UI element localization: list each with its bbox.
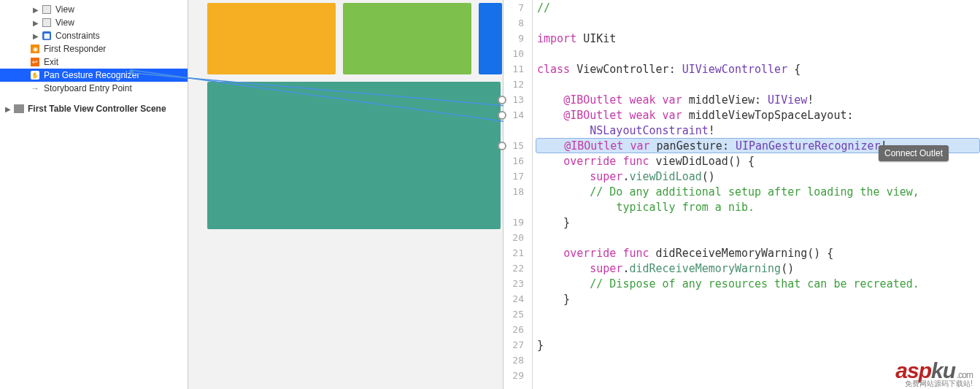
outlet-connection-well-icon[interactable]	[498, 96, 506, 104]
line-number[interactable]: 11	[503, 63, 528, 74]
outline-item-pan-gesture-recognizer[interactable]: ▶ ✋ Pan Gesture Recognizer	[0, 69, 188, 82]
document-outline-panel: ▶ View ▶ View ▶ ▦ Constraints ▶ ◉ First …	[0, 0, 188, 389]
line-number[interactable]: 15	[503, 140, 528, 151]
code-line[interactable]: super.viewDidLoad()	[537, 169, 980, 184]
line-number[interactable]: 23	[503, 278, 528, 289]
disclosure-triangle-icon[interactable]: ▶	[4, 105, 12, 113]
line-number[interactable]: 28	[503, 355, 528, 366]
line-number[interactable]: 7	[503, 2, 528, 13]
code-body[interactable]: // import UIKit class ViewController: UI…	[537, 0, 980, 383]
code-line[interactable]: // Do any additional setup after loading…	[537, 184, 980, 199]
line-number[interactable]: 13	[503, 94, 528, 105]
entry-point-arrow-icon: →	[29, 83, 41, 93]
outline-item-view-1[interactable]: ▶ View	[0, 3, 188, 16]
interface-builder-canvas[interactable]	[188, 0, 503, 389]
outline-item-label: First Responder	[44, 44, 106, 54]
gesture-recognizer-icon: ✋	[29, 70, 41, 80]
first-responder-icon: ◉	[29, 44, 41, 54]
outline-item-label: Exit	[44, 57, 58, 67]
line-number[interactable]: 29	[503, 370, 528, 381]
line-number[interactable]: 14	[503, 109, 528, 120]
code-line[interactable]: class ViewController: UIViewController {	[537, 61, 980, 77]
outlet-connection-well-icon[interactable]	[498, 111, 506, 120]
outline-item-exit[interactable]: ▶ ↩ Exit	[0, 55, 188, 69]
line-number[interactable]: 20	[503, 232, 528, 243]
code-line[interactable]: }	[537, 215, 980, 230]
outline-item-first-table-view-controller-scene[interactable]: ▶ First Table View Controller Scene	[0, 102, 188, 115]
code-line[interactable]	[537, 46, 980, 61]
code-line[interactable]: }	[537, 337, 980, 353]
outline-item-label: Pan Gesture Recognizer	[44, 70, 139, 80]
disclosure-triangle-icon[interactable]: ▶	[32, 6, 39, 14]
code-line[interactable]: override func didReceiveMemoryWarning() …	[537, 245, 980, 261]
code-line[interactable]: import UIKit	[537, 31, 980, 46]
line-number[interactable]: 9	[503, 33, 528, 44]
aspku-watermark-tagline: 免费网站源码下载站!	[905, 379, 973, 389]
code-line[interactable]: typically from a nib.	[537, 199, 980, 215]
outline-item-label: View	[55, 18, 74, 28]
connect-outlet-tooltip: Connect Outlet	[879, 145, 949, 161]
view-icon	[41, 18, 53, 28]
line-number[interactable]: 21	[503, 247, 528, 258]
code-line[interactable]: }	[537, 291, 980, 307]
code-line[interactable]: @IBOutlet weak var middleView: UIView!	[537, 92, 980, 107]
code-line[interactable]	[537, 307, 980, 322]
outline-item-label: First Table View Controller Scene	[28, 104, 166, 114]
editor-gutter[interactable]: 7 8 9 10 11 12 13 14 15 16 17 18 19 20 2…	[503, 0, 533, 389]
line-number[interactable]: 19	[503, 217, 528, 228]
source-editor[interactable]: 7 8 9 10 11 12 13 14 15 16 17 18 19 20 2…	[503, 0, 980, 389]
canvas-view-blue[interactable]	[479, 3, 502, 74]
constraints-icon: ▦	[41, 31, 53, 41]
canvas-view-green[interactable]	[343, 3, 471, 74]
outline-item-label: Constraints	[55, 31, 100, 41]
line-number[interactable]: 18	[503, 186, 528, 197]
disclosure-triangle-icon[interactable]: ▶	[32, 19, 39, 27]
code-line[interactable]	[537, 77, 980, 92]
code-line[interactable]	[537, 15, 980, 31]
code-line[interactable]: //	[537, 0, 980, 15]
outline-tree: ▶ View ▶ View ▶ ▦ Constraints ▶ ◉ First …	[0, 0, 188, 115]
code-line[interactable]: @IBOutlet weak var middleViewTopSpaceLay…	[537, 107, 980, 123]
canvas-view-orange[interactable]	[207, 3, 336, 74]
code-line[interactable]: NSLayoutConstraint!	[537, 123, 980, 138]
exit-icon: ↩	[29, 57, 41, 67]
canvas-view-teal[interactable]	[207, 82, 501, 229]
scene-icon	[13, 104, 25, 114]
line-number[interactable]: 17	[503, 171, 528, 182]
line-number[interactable]: 26	[503, 324, 528, 335]
outline-item-label: Storyboard Entry Point	[44, 83, 132, 93]
line-number[interactable]: 27	[503, 339, 528, 350]
line-number[interactable]: 25	[503, 309, 528, 320]
code-line[interactable]	[537, 230, 980, 245]
line-number[interactable]: 24	[503, 293, 528, 304]
outline-item-view-2[interactable]: ▶ View	[0, 16, 188, 29]
outline-item-first-responder[interactable]: ▶ ◉ First Responder	[0, 42, 188, 55]
line-number[interactable]: 12	[503, 79, 528, 90]
line-number[interactable]: 22	[503, 263, 528, 274]
line-number[interactable]: 16	[503, 155, 528, 166]
line-number[interactable]: 8	[503, 18, 528, 28]
code-line[interactable]	[537, 322, 980, 337]
outline-item-storyboard-entry-point[interactable]: ▶ → Storyboard Entry Point	[0, 82, 188, 95]
view-icon	[41, 4, 53, 15]
outlet-connection-well-icon[interactable]	[498, 142, 506, 150]
code-line[interactable]: // Dispose of any resources that can be …	[537, 276, 980, 291]
line-number[interactable]: 10	[503, 48, 528, 59]
outline-item-label: View	[55, 4, 74, 15]
disclosure-triangle-icon[interactable]: ▶	[32, 32, 39, 40]
code-line[interactable]: super.didReceiveMemoryWarning()	[537, 261, 980, 276]
outline-item-constraints[interactable]: ▶ ▦ Constraints	[0, 29, 188, 42]
